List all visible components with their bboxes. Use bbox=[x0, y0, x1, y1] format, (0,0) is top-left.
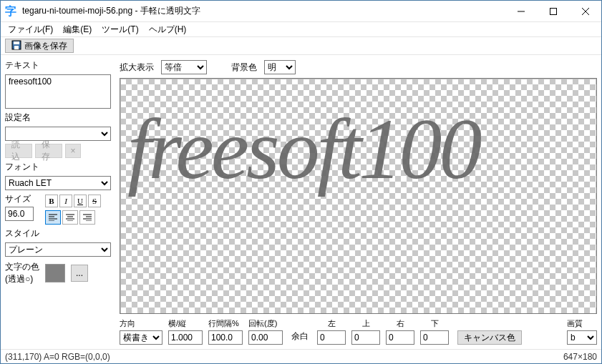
zoom-select[interactable]: 等倍 bbox=[161, 60, 207, 74]
textcolor-label1: 文字の色 bbox=[5, 261, 39, 273]
align-center-button[interactable] bbox=[62, 210, 78, 225]
text-label: テキスト bbox=[5, 59, 111, 72]
bgcolor-label: 背景色 bbox=[231, 62, 257, 74]
save-image-button[interactable]: 画像を保存 bbox=[5, 39, 74, 53]
statusbar: (311,170) A=0 RGB=(0,0,0) 647×180 bbox=[1, 349, 601, 363]
bottom-controls: 方向 横書き 横/縦 行間隔% 回転(度) 余白 左 bbox=[120, 317, 597, 345]
close-button[interactable] bbox=[569, 1, 601, 21]
svg-rect-7 bbox=[14, 46, 19, 49]
maximize-button[interactable] bbox=[537, 1, 569, 21]
app-window: 字 tegaru-ni-toumei-moji-56.png - 手軽に透明文字… bbox=[0, 0, 602, 364]
left-panel: テキスト freesoft100 設定名 読込 保存 × フォント Ruach … bbox=[1, 55, 115, 349]
zoom-label: 拡大表示 bbox=[120, 62, 154, 74]
margin-right-label: 右 bbox=[386, 318, 414, 329]
menu-tool[interactable]: ツール(T) bbox=[97, 22, 142, 37]
margin-left-label: 左 bbox=[317, 318, 346, 329]
margin-bottom-label: 下 bbox=[420, 318, 449, 329]
menubar: ファイル(F) 編集(E) ツール(T) ヘルプ(H) bbox=[1, 22, 601, 36]
margin-label: 余白 bbox=[291, 330, 309, 343]
linegap-input[interactable] bbox=[208, 330, 243, 345]
size-label: サイズ bbox=[5, 193, 34, 205]
save-setting-button[interactable]: 保存 bbox=[35, 144, 62, 158]
canvas[interactable]: freesoft100 bbox=[120, 78, 597, 314]
svg-line-4 bbox=[582, 8, 589, 15]
menu-help[interactable]: ヘルプ(H) bbox=[145, 22, 191, 37]
margin-bottom-input[interactable] bbox=[420, 330, 449, 345]
rotation-label: 回転(度) bbox=[248, 318, 283, 329]
ratio-label: 横/縦 bbox=[168, 318, 203, 329]
bgcolor-select[interactable]: 明 bbox=[264, 60, 296, 74]
canvas-color-button[interactable]: キャンバス色 bbox=[457, 330, 522, 345]
strike-button[interactable]: S bbox=[88, 195, 101, 207]
status-cursor-info: (311,170) A=0 RGB=(0,0,0) bbox=[5, 352, 110, 362]
window-title: tegaru-ni-toumei-moji-56.png - 手軽に透明文字 bbox=[22, 5, 505, 17]
load-setting-button[interactable]: 読込 bbox=[5, 144, 32, 158]
svg-text:字: 字 bbox=[5, 5, 16, 17]
align-right-button[interactable] bbox=[79, 210, 95, 225]
right-area: 拡大表示 等倍 背景色 明 freesoft100 方向 横書き 横/縦 bbox=[115, 55, 601, 349]
size-input[interactable] bbox=[5, 207, 34, 221]
bold-button[interactable]: B bbox=[45, 195, 58, 207]
delete-setting-button[interactable]: × bbox=[65, 144, 81, 158]
content-area: テキスト freesoft100 設定名 読込 保存 × フォント Ruach … bbox=[1, 55, 601, 349]
status-canvas-size: 647×180 bbox=[563, 352, 597, 362]
menu-file[interactable]: ファイル(F) bbox=[4, 22, 57, 37]
toolbar: 画像を保存 bbox=[1, 36, 601, 55]
menu-edit[interactable]: 編集(E) bbox=[59, 22, 96, 37]
margin-left-input[interactable] bbox=[317, 330, 346, 345]
rotation-input[interactable] bbox=[248, 330, 283, 345]
svg-rect-6 bbox=[14, 41, 19, 44]
style-label: スタイル bbox=[5, 227, 111, 240]
titlebar: 字 tegaru-ni-toumei-moji-56.png - 手軽に透明文字 bbox=[1, 1, 601, 22]
ratio-input[interactable] bbox=[168, 330, 203, 345]
save-image-label: 画像を保存 bbox=[24, 40, 67, 52]
direction-label: 方向 bbox=[120, 318, 162, 329]
canvas-toolbar: 拡大表示 等倍 背景色 明 bbox=[120, 59, 597, 75]
setting-label: 設定名 bbox=[5, 112, 111, 124]
svg-rect-2 bbox=[550, 8, 556, 14]
style-select[interactable]: プレーン bbox=[5, 242, 111, 257]
quality-select[interactable]: b bbox=[567, 330, 597, 345]
svg-line-3 bbox=[582, 8, 589, 15]
align-left-button[interactable] bbox=[45, 210, 61, 225]
text-color-swatch[interactable] bbox=[45, 264, 65, 282]
text-color-more-button[interactable]: ... bbox=[71, 265, 88, 282]
font-label: フォント bbox=[5, 161, 111, 173]
margin-top-input[interactable] bbox=[351, 330, 380, 345]
floppy-icon bbox=[11, 40, 21, 52]
direction-select[interactable]: 横書き bbox=[120, 330, 162, 345]
textcolor-label2: (透過○) bbox=[5, 273, 39, 285]
minimize-button[interactable] bbox=[505, 1, 537, 21]
canvas-rendered-text: freesoft100 bbox=[127, 100, 480, 199]
margin-top-label: 上 bbox=[351, 318, 380, 329]
quality-label: 画質 bbox=[567, 318, 597, 329]
italic-button[interactable]: I bbox=[59, 195, 72, 207]
text-input[interactable]: freesoft100 bbox=[5, 74, 111, 109]
font-select[interactable]: Ruach LET bbox=[5, 176, 111, 190]
underline-button[interactable]: U bbox=[74, 195, 87, 207]
margin-right-input[interactable] bbox=[386, 330, 414, 345]
app-icon: 字 bbox=[5, 5, 18, 18]
linegap-label: 行間隔% bbox=[208, 318, 243, 329]
